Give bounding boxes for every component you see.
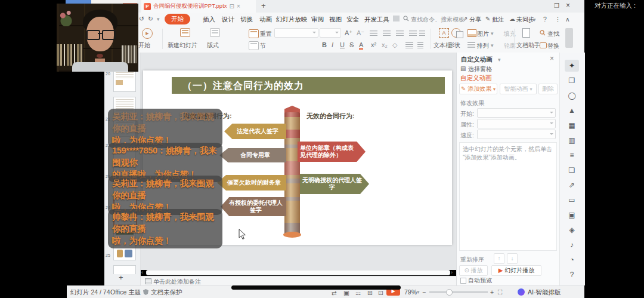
columns-icon[interactable]: [419, 30, 425, 36]
new-tab-button[interactable]: +: [261, 1, 266, 10]
zoom-out-button[interactable]: −: [422, 288, 426, 296]
start-select[interactable]: [477, 108, 556, 118]
panel-close-icon[interactable]: ×: [550, 54, 554, 63]
slide-thumbnail-26[interactable]: [113, 265, 136, 274]
sync-status[interactable]: 未同步: [516, 16, 534, 24]
history-side-icon[interactable]: ◔: [565, 254, 579, 266]
notes-placeholder[interactable]: 单击此处添加备注: [153, 278, 201, 286]
subscript-button[interactable]: x₂: [382, 41, 388, 48]
comment-button[interactable]: 批注: [492, 16, 504, 24]
slideshow-play-button[interactable]: ▶ 幻灯片播放: [491, 265, 541, 276]
arrange-button[interactable]: 排列: [477, 42, 489, 50]
ribbon-tab-devtools[interactable]: 开发工具: [364, 16, 389, 24]
indent-increase-icon[interactable]: [409, 30, 417, 36]
doc-assistant-button[interactable]: 文档助手: [516, 41, 540, 50]
bold-button[interactable]: B: [322, 41, 327, 48]
ribbon-tab-transition[interactable]: 切换: [240, 16, 253, 24]
view-grid-icon[interactable]: ⊡: [378, 289, 383, 296]
reorder-up-button[interactable]: ↑: [494, 253, 504, 264]
view-normal-icon[interactable]: ⇄: [332, 289, 337, 296]
animation-pane-icon[interactable]: ✦: [565, 60, 579, 72]
find-button[interactable]: 查找: [547, 30, 559, 38]
tab-close-icon[interactable]: ×: [237, 3, 240, 10]
ai-layout-button[interactable]: AI-智能排版: [528, 288, 561, 297]
align-center-icon[interactable]: [405, 42, 413, 48]
superscript-button[interactable]: x²: [371, 41, 376, 48]
window-close-button[interactable]: ×: [566, 1, 570, 10]
ribbon-tab-security[interactable]: 安全: [346, 16, 359, 24]
diagram-item-contract-seal[interactable]: 合同专用章: [219, 148, 286, 162]
ribbon-tab-review[interactable]: 审阅: [311, 16, 324, 24]
new-slide-button[interactable]: 新建幻灯片: [168, 41, 197, 50]
search-input[interactable]: 查找命令、搜索模板: [411, 16, 465, 24]
font-color-button[interactable]: A: [359, 41, 363, 50]
zoom-level[interactable]: 79%: [404, 288, 417, 296]
numbering-icon[interactable]: [383, 30, 391, 36]
media-side-icon[interactable]: ♪: [565, 239, 579, 251]
increase-font-button[interactable]: A⁺: [345, 29, 352, 37]
document-tab[interactable]: P 合同编何侵权便培训PPT.pptx ⊡ ×: [141, 0, 256, 13]
share-button[interactable]: 分享: [469, 16, 481, 24]
view-reading-icon[interactable]: ⊞: [367, 289, 373, 296]
format-eraser-icon[interactable]: ◇: [392, 41, 397, 49]
share-side-icon[interactable]: ⇗: [565, 179, 579, 191]
ribbon-tab-slideshow[interactable]: 幻灯片放映: [276, 16, 308, 24]
sync-caret-icon[interactable]: ▾: [533, 17, 536, 23]
view-outline-icon[interactable]: ▣: [343, 289, 349, 296]
align-side-icon[interactable]: ▲: [565, 105, 579, 116]
picture-caret-icon[interactable]: ▾: [491, 30, 494, 36]
diagram-item-unauthorized-agent[interactable]: 无明确授权的代理人签字: [300, 174, 369, 194]
selection-pane-side-icon[interactable]: ❐: [565, 75, 579, 87]
window-side-icon[interactable]: ▭: [565, 194, 579, 206]
section-button[interactable]: 节: [260, 42, 266, 50]
ribbon-tab-view[interactable]: 视图: [329, 16, 342, 24]
strike-button[interactable]: S: [349, 41, 354, 48]
window-restore-button[interactable]: ❐: [554, 2, 559, 9]
diagram-item-internal-seal[interactable]: 单位内部章（构成表见代理的除外）: [298, 142, 366, 162]
picture-button[interactable]: 图片: [477, 30, 489, 38]
reorder-down-button[interactable]: ↓: [507, 253, 518, 264]
cast-icon[interactable]: ⊡: [230, 3, 234, 10]
diagram-item-authorized-agent[interactable]: 有授权的委托代理人签字: [221, 197, 286, 216]
more-menu-icon[interactable]: ⋮: [555, 16, 561, 23]
panel-title-caret-icon[interactable]: ▾: [498, 57, 501, 63]
shapes-side-icon[interactable]: ◯: [565, 90, 579, 102]
diagram-item-legal-rep[interactable]: 法定代表人签字: [224, 124, 286, 139]
help-side-icon[interactable]: ?: [565, 269, 579, 281]
italic-button[interactable]: I: [332, 41, 333, 48]
zoom-slider-track[interactable]: [429, 291, 488, 293]
theme-name[interactable]: Office 主题: [110, 288, 141, 297]
font-size-select[interactable]: [320, 28, 341, 38]
replace-button[interactable]: 替换: [547, 42, 559, 50]
hscroll-left-icon[interactable]: ‹: [141, 269, 143, 275]
grid-side-icon[interactable]: ▦: [565, 119, 579, 131]
pin-icon[interactable]: [393, 16, 400, 21]
selection-pane-button[interactable]: 选择窗格: [468, 65, 492, 73]
align-right-icon[interactable]: [417, 42, 423, 48]
speed-select[interactable]: [477, 130, 556, 139]
object-side-icon[interactable]: ◈: [565, 224, 579, 236]
picture-side-icon[interactable]: ▣: [565, 209, 579, 221]
smart-animation-button[interactable]: 智能动画 ▾: [500, 84, 537, 94]
layout-button[interactable]: 版式: [207, 41, 219, 50]
help-icon[interactable]: ?: [543, 16, 547, 23]
delete-effect-button[interactable]: 删除: [538, 84, 558, 94]
slides-side-icon[interactable]: ❏: [565, 164, 579, 176]
zoom-slider-knob[interactable]: [446, 289, 453, 296]
ribbon-tab-animation[interactable]: 动画: [259, 16, 272, 24]
view-sorter-icon[interactable]: ⚏: [355, 289, 361, 296]
customize-caret-icon[interactable]: ▾: [157, 16, 160, 22]
decrease-font-button[interactable]: A⁻: [357, 29, 364, 37]
hscroll-track[interactable]: [146, 270, 450, 275]
font-family-select[interactable]: [274, 28, 318, 38]
fit-screen-icon[interactable]: ⛶: [498, 288, 502, 296]
property-select[interactable]: [477, 119, 556, 128]
indent-decrease-icon[interactable]: [396, 30, 404, 36]
hscroll-right-icon[interactable]: ›: [451, 269, 453, 275]
settings-side-icon[interactable]: ≡: [565, 149, 579, 161]
zoom-in-button[interactable]: +: [490, 288, 494, 296]
add-slide-button[interactable]: +: [119, 273, 123, 282]
ribbon-tab-insert[interactable]: 插入: [203, 16, 215, 24]
redo-icon[interactable]: ↻: [148, 15, 153, 22]
add-effect-button[interactable]: ✎ 添加效果 ▾: [459, 84, 497, 94]
